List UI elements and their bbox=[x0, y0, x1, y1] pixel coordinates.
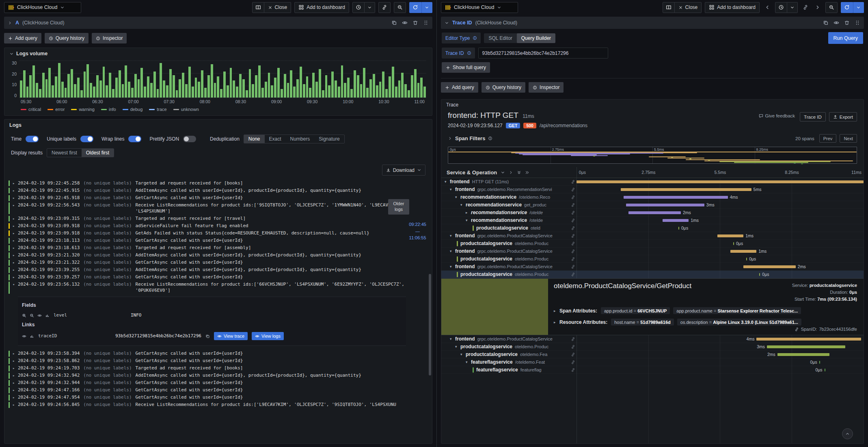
span-link-icon[interactable] bbox=[571, 234, 575, 238]
span-link-icon[interactable] bbox=[571, 257, 575, 261]
log-row[interactable]: ▸2024-02-19 09:22:45.915(no unique label… bbox=[9, 187, 406, 194]
span-duration-bar[interactable] bbox=[663, 219, 689, 222]
unique-labels-toggle[interactable] bbox=[80, 136, 93, 142]
log-row[interactable]: ▸2024-02-19 09:23:09.918(no unique label… bbox=[9, 230, 406, 237]
info-icon[interactable] bbox=[467, 51, 471, 55]
span-duration-bar[interactable] bbox=[743, 265, 796, 268]
span-duration-bar[interactable] bbox=[733, 242, 734, 245]
log-row[interactable]: ▸2024-02-19 09:24:56.845(no unique label… bbox=[9, 401, 406, 409]
zoom-out-button[interactable] bbox=[825, 2, 838, 13]
trace-id-button[interactable]: Trace ID bbox=[800, 112, 826, 122]
editor-option-sql-editor[interactable]: SQL Editor bbox=[484, 33, 516, 43]
add-query-button[interactable]: Add query bbox=[441, 82, 478, 93]
disable-query-icon[interactable] bbox=[833, 20, 839, 26]
span-attributes-row[interactable]: ▸Span Attributes: app.product.id = 66VCH… bbox=[554, 307, 857, 314]
wrap-lines-toggle[interactable] bbox=[128, 136, 141, 142]
span-duration-bar[interactable] bbox=[756, 338, 861, 341]
expand-filters-icon[interactable] bbox=[448, 136, 452, 141]
span-row[interactable]: ▾productcatalogserviceoteldemo.Fea2ms bbox=[441, 351, 864, 358]
expand-log-icon[interactable]: ▸ bbox=[13, 351, 18, 356]
span-duration-bar[interactable] bbox=[717, 234, 743, 237]
log-row[interactable]: ▸2024-02-19 09:24:32.944(no unique label… bbox=[9, 379, 406, 386]
query-history-button[interactable]: Query history bbox=[482, 82, 525, 93]
next-span-button[interactable]: Next bbox=[840, 134, 857, 143]
span-link-icon[interactable] bbox=[571, 226, 575, 230]
drag-handle-icon[interactable] bbox=[423, 20, 429, 26]
editor-option-query-builder[interactable]: Query Builder bbox=[517, 33, 555, 43]
log-row[interactable]: ▾2024-02-19 09:23:56.132(no unique label… bbox=[9, 281, 406, 294]
refresh-interval-caret-button[interactable] bbox=[421, 2, 432, 13]
collapse-span-icon[interactable]: ▾ bbox=[450, 249, 455, 253]
span-row[interactable]: productcatalogserviceoteldemo.Produc0μs bbox=[441, 255, 864, 263]
span-link-icon[interactable] bbox=[571, 249, 575, 254]
span-row[interactable]: productcatalogserviceoteld0μs bbox=[441, 224, 864, 232]
span-row[interactable]: ▾frontendgrpc.oteldemo.ProductCatalogSer… bbox=[441, 263, 864, 271]
expand-log-icon[interactable]: ▸ bbox=[13, 395, 18, 400]
span-duration-bar[interactable] bbox=[628, 211, 681, 214]
query-history-button[interactable]: Query history bbox=[45, 33, 89, 43]
refresh-run-button[interactable] bbox=[409, 2, 421, 13]
copy-icon[interactable] bbox=[205, 334, 210, 339]
close-pane-button[interactable]: Close bbox=[264, 2, 291, 13]
logs-volume-title-row[interactable]: Logs volume bbox=[4, 48, 432, 58]
collapse-log-icon[interactable]: ▾ bbox=[13, 282, 18, 287]
expand-log-icon[interactable]: ▸ bbox=[13, 202, 18, 208]
log-row[interactable]: ▸2024-02-19 09:23:09.918(no unique label… bbox=[9, 222, 406, 230]
dedup-option-exact[interactable]: Exact bbox=[265, 135, 286, 143]
collapse-span-icon[interactable]: ▾ bbox=[450, 265, 455, 269]
show-full-query-button[interactable]: Show full query bbox=[442, 62, 490, 73]
expand-log-icon[interactable]: ▸ bbox=[13, 358, 18, 363]
order-option-newest-first[interactable]: Newest first bbox=[47, 149, 82, 157]
delete-query-icon[interactable] bbox=[844, 20, 850, 26]
span-link-icon[interactable] bbox=[571, 337, 575, 341]
collapse-span-icon[interactable]: ▾ bbox=[455, 195, 460, 199]
legend-item-error[interactable]: error bbox=[48, 107, 65, 112]
filter-for-value-icon[interactable] bbox=[22, 313, 26, 318]
span-row[interactable]: ▸recommendationservice/otelde2ms bbox=[441, 209, 864, 217]
drag-handle-icon[interactable] bbox=[855, 20, 860, 26]
span-duration-bar[interactable] bbox=[577, 180, 864, 183]
legend-item-trace[interactable]: trace bbox=[149, 107, 166, 112]
span-link-icon[interactable] bbox=[571, 272, 575, 277]
query-ref[interactable]: A bbox=[15, 20, 19, 26]
prettify-json-toggle[interactable] bbox=[183, 136, 196, 142]
span-row[interactable]: ▾frontendgrpc.oteldemo.ProductCatalogSer… bbox=[441, 247, 864, 255]
share-link-button[interactable] bbox=[378, 2, 391, 13]
expand-log-icon[interactable]: ▸ bbox=[13, 188, 18, 193]
expand-log-icon[interactable]: ▸ bbox=[13, 365, 18, 371]
log-row[interactable]: ▸2024-02-19 09:23:58.862(no unique label… bbox=[9, 357, 406, 365]
span-link-icon[interactable] bbox=[571, 352, 575, 357]
add-to-dashboard-button[interactable]: Add to dashboard bbox=[705, 2, 760, 13]
expand-log-icon[interactable]: ▸ bbox=[13, 267, 18, 272]
duplicate-query-icon[interactable] bbox=[823, 20, 829, 26]
time-picker-button[interactable] bbox=[775, 2, 787, 13]
expand-log-icon[interactable]: ▸ bbox=[13, 402, 18, 407]
collapse-span-icon[interactable]: ▾ bbox=[466, 218, 471, 222]
log-row[interactable]: ▸2024-02-19 09:23:09.315(no unique label… bbox=[9, 215, 406, 222]
span-duration-bar[interactable] bbox=[730, 250, 756, 253]
legend-item-info[interactable]: info bbox=[101, 107, 116, 112]
span-link-icon[interactable] bbox=[571, 218, 575, 223]
collapse-query-icon[interactable] bbox=[445, 21, 449, 25]
scroll-to-top-button[interactable] bbox=[842, 428, 853, 439]
collapse-span-icon[interactable]: ▾ bbox=[450, 234, 455, 238]
time-picker-button[interactable] bbox=[352, 2, 365, 13]
expand-log-icon[interactable]: ▸ bbox=[13, 223, 18, 228]
collapse-span-icon[interactable]: ▾ bbox=[455, 345, 460, 349]
duplicate-query-icon[interactable] bbox=[391, 20, 397, 26]
older-logs-button[interactable]: Older logs bbox=[388, 199, 409, 215]
disable-query-icon[interactable] bbox=[402, 20, 408, 26]
span-link-icon[interactable] bbox=[571, 241, 575, 246]
expand-log-icon[interactable]: ▸ bbox=[13, 245, 18, 250]
span-duration-bar[interactable] bbox=[819, 361, 820, 364]
expand-log-icon[interactable]: ▸ bbox=[13, 216, 18, 221]
span-link-icon[interactable] bbox=[571, 345, 575, 349]
collapse-span-icon[interactable]: ▾ bbox=[450, 337, 455, 341]
expand-log-icon[interactable]: ▸ bbox=[13, 373, 18, 378]
span-link-icon[interactable] bbox=[571, 210, 575, 215]
time-toggle[interactable] bbox=[26, 136, 39, 142]
span-row[interactable]: productcatalogserviceoteldemo.Produc0μs bbox=[441, 240, 864, 247]
field-stats-icon[interactable] bbox=[45, 313, 50, 318]
collapse-all-icon[interactable] bbox=[525, 170, 529, 175]
dedup-option-none[interactable]: None bbox=[244, 135, 265, 143]
